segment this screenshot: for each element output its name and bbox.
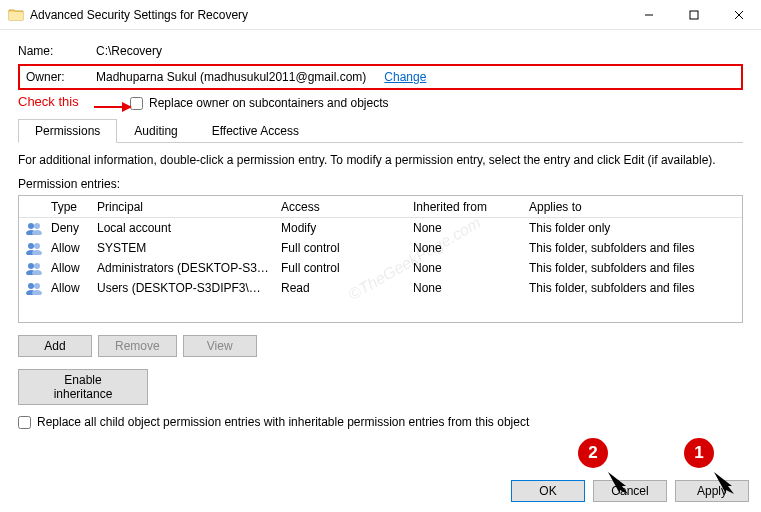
cell-principal: Administrators (DESKTOP-S3D... xyxy=(91,260,275,276)
cell-applies: This folder only xyxy=(523,220,742,236)
cell-principal: SYSTEM xyxy=(91,240,275,256)
cell-applies: This folder, subfolders and files xyxy=(523,260,742,276)
users-icon xyxy=(19,260,45,276)
annotation-arrow-icon xyxy=(92,100,132,114)
cell-access: Full control xyxy=(275,240,407,256)
ok-button[interactable]: OK xyxy=(511,480,585,502)
cell-access: Read xyxy=(275,280,407,296)
replace-all-checkbox[interactable] xyxy=(18,416,31,429)
svg-point-10 xyxy=(28,243,34,249)
annotation-badge-2: 2 xyxy=(578,438,608,468)
users-icon xyxy=(19,240,45,256)
permissions-table: Type Principal Access Inherited from App… xyxy=(18,195,743,323)
users-icon xyxy=(19,220,45,236)
name-value: C:\Recovery xyxy=(96,44,162,58)
cell-access: Full control xyxy=(275,260,407,276)
cell-type: Allow xyxy=(45,240,91,256)
col-applies[interactable]: Applies to xyxy=(523,198,742,216)
maximize-icon xyxy=(689,10,699,20)
svg-point-14 xyxy=(28,263,34,269)
col-access[interactable]: Access xyxy=(275,198,407,216)
tab-strip: Permissions Auditing Effective Access xyxy=(18,118,743,143)
replace-owner-label: Replace owner on subcontainers and objec… xyxy=(149,96,388,110)
cell-applies: This folder, subfolders and files xyxy=(523,240,742,256)
svg-point-20 xyxy=(34,283,40,289)
table-row[interactable]: DenyLocal accountModifyNoneThis folder o… xyxy=(19,218,742,238)
col-type[interactable]: Type xyxy=(45,198,91,216)
cell-inherited: None xyxy=(407,220,523,236)
svg-point-16 xyxy=(34,263,40,269)
table-row[interactable]: AllowAdministrators (DESKTOP-S3D...Full … xyxy=(19,258,742,278)
folder-icon xyxy=(8,7,24,23)
add-button[interactable]: Add xyxy=(18,335,92,357)
svg-marker-5 xyxy=(122,102,132,112)
annotation-arrow-apply-icon xyxy=(708,466,738,496)
owner-highlight-box: Owner: Madhuparna Sukul (madhusukul2011@… xyxy=(18,64,743,90)
owner-value: Madhuparna Sukul (madhusukul2011@gmail.c… xyxy=(96,70,366,84)
annotation-check-this: Check this xyxy=(18,94,79,109)
view-button[interactable]: View xyxy=(183,335,257,357)
minimize-button[interactable] xyxy=(626,0,671,30)
users-icon xyxy=(19,280,45,296)
close-button[interactable] xyxy=(716,0,761,30)
tab-permissions[interactable]: Permissions xyxy=(18,119,117,143)
cell-inherited: None xyxy=(407,260,523,276)
svg-point-12 xyxy=(34,243,40,249)
close-icon xyxy=(734,10,744,20)
tab-auditing[interactable]: Auditing xyxy=(117,119,194,143)
owner-label: Owner: xyxy=(26,70,96,84)
annotation-arrow-ok-icon xyxy=(602,466,632,496)
tab-effective-access[interactable]: Effective Access xyxy=(195,119,316,143)
svg-marker-22 xyxy=(608,472,628,494)
svg-point-18 xyxy=(28,283,34,289)
window-title: Advanced Security Settings for Recovery xyxy=(30,8,626,22)
cell-type: Deny xyxy=(45,220,91,236)
remove-button[interactable]: Remove xyxy=(98,335,177,357)
cell-type: Allow xyxy=(45,260,91,276)
cell-principal: Local account xyxy=(91,220,275,236)
cell-inherited: None xyxy=(407,280,523,296)
name-label: Name: xyxy=(18,44,96,58)
svg-point-8 xyxy=(34,223,40,229)
annotation-badge-1: 1 xyxy=(684,438,714,468)
table-row[interactable]: AllowSYSTEMFull controlNoneThis folder, … xyxy=(19,238,742,258)
svg-point-6 xyxy=(28,223,34,229)
svg-marker-23 xyxy=(714,472,734,494)
col-principal[interactable]: Principal xyxy=(91,198,275,216)
replace-all-label: Replace all child object permission entr… xyxy=(37,415,529,429)
enable-inheritance-button[interactable]: Enable inheritance xyxy=(18,369,148,405)
minimize-icon xyxy=(644,10,654,20)
svg-rect-1 xyxy=(690,11,698,19)
change-owner-link[interactable]: Change xyxy=(384,70,426,84)
cell-inherited: None xyxy=(407,240,523,256)
cell-type: Allow xyxy=(45,280,91,296)
cell-access: Modify xyxy=(275,220,407,236)
cell-applies: This folder, subfolders and files xyxy=(523,280,742,296)
col-inherited[interactable]: Inherited from xyxy=(407,198,523,216)
info-text: For additional information, double-click… xyxy=(18,153,743,167)
entries-label: Permission entries: xyxy=(18,177,743,191)
table-row[interactable]: AllowUsers (DESKTOP-S3DIPF3\Users)ReadNo… xyxy=(19,278,742,298)
cell-principal: Users (DESKTOP-S3DIPF3\Users) xyxy=(91,280,275,296)
title-bar: Advanced Security Settings for Recovery xyxy=(0,0,761,30)
maximize-button[interactable] xyxy=(671,0,716,30)
